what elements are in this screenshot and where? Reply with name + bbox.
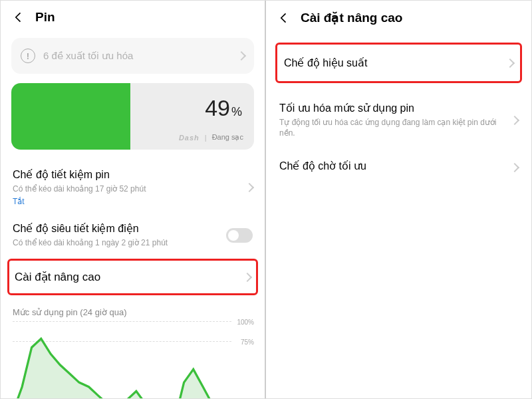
back-icon[interactable] [11,10,26,25]
usage-section-label: Mức sử dụng pin (24 giờ qua) [1,298,265,321]
advanced-settings-screen: Cài đặt nâng cao Chế độ hiệu suất Tối ưu… [266,1,531,398]
row-body: Cài đặt nâng cao [15,270,244,284]
power-saver-row[interactable]: Chế độ tiết kiệm pin Có thể kéo dài khoả… [1,160,265,214]
row-title: Cài đặt nâng cao [15,270,244,284]
battery-usage-chart: 100% 75% [13,321,253,398]
row-title: Tối ưu hóa mức sử dụng pin [279,102,511,114]
performance-mode-row[interactable]: Chế độ hiệu suất [275,43,522,83]
row-title: Chế độ siêu tiết kiệm điện [13,222,226,235]
row-sub: Có thể kéo dài khoảng 1 ngày 2 giờ 21 ph… [13,237,226,248]
battery-screen: Pin ! 6 đề xuất tối ưu hóa 49% Dash | Đa… [1,1,266,398]
grid-label-75: 75% [241,338,254,346]
super-power-saver-row[interactable]: Chế độ siêu tiết kiệm điện Có thể kéo dà… [1,214,265,256]
chevron-right-icon [510,116,519,125]
battery-brand: Dash [179,134,200,142]
battery-fill [11,83,130,150]
advanced-settings-row[interactable]: Cài đặt nâng cao [7,259,258,295]
optimize-usage-row[interactable]: Tối ưu hóa mức sử dụng pin Tự động tối ư… [266,91,531,149]
header: Cài đặt nâng cao [266,1,531,32]
row-body: Tối ưu hóa mức sử dụng pin Tự động tối ư… [279,102,511,138]
optimize-text: 6 đề xuất tối ưu hóa [43,50,238,62]
row-body: Chế độ tiết kiệm pin Có thể kéo dài khoả… [13,168,246,206]
chevron-right-icon [237,51,246,61]
charging-label: Đang sạc [212,133,243,142]
grid-label-100: 100% [237,319,254,326]
battery-status: Dash | Đang sạc [179,133,243,142]
page-title: Cài đặt nâng cao [301,10,402,25]
battery-percent: 49% [205,95,242,121]
info-icon: ! [21,49,35,63]
chart-svg [13,321,231,398]
row-title: Chế độ chờ tối ưu [279,160,511,172]
row-title: Chế độ hiệu suất [284,57,507,69]
header: Pin [1,1,265,31]
super-saver-toggle[interactable] [226,228,253,243]
battery-card[interactable]: 49% Dash | Đang sạc [11,83,254,150]
chevron-right-icon [510,163,519,172]
row-status: Tắt [13,197,246,206]
row-body: Chế độ chờ tối ưu [279,160,511,175]
optimize-suggestions-row[interactable]: ! 6 đề xuất tối ưu hóa [11,38,254,74]
page-title: Pin [35,10,55,25]
row-title: Chế độ tiết kiệm pin [13,168,246,181]
optimal-standby-row[interactable]: Chế độ chờ tối ưu [266,149,531,186]
row-sub: Có thể kéo dài khoảng 17 giờ 52 phút [13,184,246,194]
chevron-right-icon [243,273,252,282]
divider: | [205,134,207,142]
back-icon[interactable] [277,11,291,25]
row-body: Chế độ hiệu suất [284,57,507,69]
row-body: Chế độ siêu tiết kiệm điện Có thể kéo dà… [13,222,226,248]
battery-percent-value: 49 [205,95,230,120]
row-sub: Tự động tối ưu hóa các ứng dụng đang làm… [279,117,511,138]
chevron-right-icon [505,58,515,67]
chevron-right-icon [245,183,254,192]
battery-percent-unit: % [231,105,242,118]
